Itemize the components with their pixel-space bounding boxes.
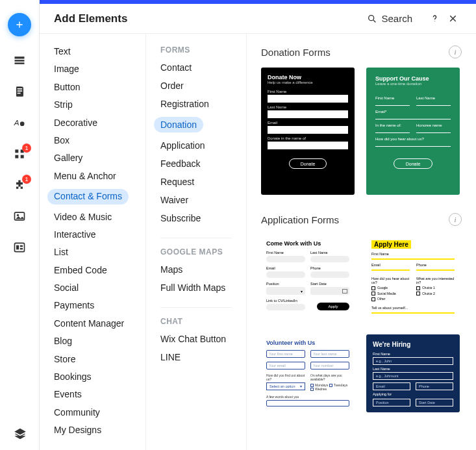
category-item[interactable]: Image <box>40 60 145 78</box>
category-item[interactable]: My Designs <box>40 421 145 439</box>
svg-rect-18 <box>20 248 23 250</box>
template-support-cause[interactable]: Support Our Cause Leave a one-time donat… <box>366 68 460 195</box>
category-item[interactable]: Store <box>40 351 145 368</box>
category-item[interactable]: Interactive <box>40 226 145 244</box>
category-item[interactable]: Gallery <box>40 149 145 167</box>
category-item[interactable]: Text <box>40 43 145 60</box>
layers-icon[interactable] <box>13 427 27 441</box>
left-toolbar: A 1 1 <box>0 0 40 450</box>
addons-badge: 1 <box>22 175 31 184</box>
category-item[interactable]: Events <box>40 386 145 403</box>
subcategory-item[interactable]: Maps <box>146 260 246 279</box>
help-icon <box>429 13 440 24</box>
svg-rect-6 <box>18 93 21 94</box>
category-item[interactable]: Menu & Anchor <box>40 168 145 185</box>
group-title-donation: Donation Forms <box>261 47 449 58</box>
sections-icon[interactable] <box>12 53 27 68</box>
addons-icon[interactable]: 1 <box>12 178 27 192</box>
search-label: Search <box>381 13 412 24</box>
category-item[interactable]: Decorative <box>40 114 145 132</box>
category-item[interactable]: Social <box>40 279 145 297</box>
subcategory-item[interactable]: Application <box>146 136 246 155</box>
subcategory-item[interactable]: Donation <box>146 113 246 136</box>
svg-rect-11 <box>15 155 18 158</box>
template-donate-now[interactable]: Donate Now Help us make a difference Fir… <box>261 68 355 195</box>
category-item[interactable]: Box <box>40 132 145 149</box>
category-item[interactable]: Contact & Forms <box>40 185 145 208</box>
category-item[interactable]: Bookings <box>40 368 145 386</box>
category-item[interactable]: Video & Music <box>40 208 145 226</box>
category-item[interactable]: Content Manager <box>40 315 145 332</box>
subcategory-item[interactable]: Subscribe <box>146 209 246 227</box>
preview-area: Donation Forms i Donate Now Help us make… <box>247 34 476 450</box>
svg-rect-2 <box>15 62 25 64</box>
subcategory-item[interactable]: Full Width Maps <box>146 279 246 297</box>
subcategory-item[interactable]: Registration <box>146 95 246 113</box>
close-icon <box>447 13 458 24</box>
svg-point-14 <box>17 214 19 216</box>
media-icon[interactable] <box>12 209 27 223</box>
info-icon[interactable]: i <box>449 45 462 58</box>
subcategory-list: FORMS ContactOrderRegistrationDonationAp… <box>146 34 247 450</box>
search-icon <box>367 14 377 24</box>
svg-rect-12 <box>21 155 24 158</box>
plus-icon <box>14 19 25 30</box>
subcategory-item[interactable]: Wix Chat Button <box>146 330 246 348</box>
svg-rect-17 <box>20 245 23 247</box>
svg-rect-0 <box>15 56 25 58</box>
section-label-maps: GOOGLE MAPS <box>146 247 246 260</box>
subcategory-item[interactable]: LINE <box>146 348 246 366</box>
svg-point-8 <box>20 121 25 126</box>
subcategory-item[interactable]: Feedback <box>146 155 246 173</box>
content-icon[interactable] <box>12 240 27 255</box>
divider <box>160 307 232 308</box>
design-icon[interactable]: A <box>12 116 27 130</box>
category-item[interactable]: List <box>40 244 145 261</box>
category-item[interactable]: Payments <box>40 297 145 314</box>
svg-rect-5 <box>18 90 23 92</box>
category-list: TextImageButtonStripDecorativeBoxGallery… <box>40 34 146 450</box>
panel-title: Add Elements <box>54 12 367 25</box>
subcategory-item[interactable]: Waiver <box>146 191 246 209</box>
category-item[interactable]: Community <box>40 404 145 421</box>
subcategory-item[interactable]: Order <box>146 77 246 95</box>
template-come-work[interactable]: Come Work with Us First NameLast Name Em… <box>261 235 355 316</box>
apps-icon[interactable]: 1 <box>12 147 27 161</box>
svg-rect-9 <box>15 149 18 153</box>
info-icon[interactable]: i <box>449 213 462 226</box>
group-title-application: Application Forms <box>261 214 449 225</box>
page-icon[interactable] <box>12 84 27 99</box>
category-item[interactable]: Strip <box>40 96 145 114</box>
svg-rect-4 <box>18 88 23 90</box>
close-button[interactable] <box>444 13 462 24</box>
search-button[interactable]: Search <box>367 13 412 24</box>
svg-rect-15 <box>15 243 25 251</box>
add-elements-panel: Add Elements Search TextImageButtonStrip… <box>40 4 476 450</box>
subcategory-item[interactable]: Request <box>146 173 246 191</box>
template-apply-here[interactable]: Apply Here First Name EmailPhone How did… <box>366 235 460 316</box>
template-hiring[interactable]: We're Hiring First Namee.g., John Last N… <box>366 334 460 412</box>
section-label-chat: CHAT <box>146 317 246 330</box>
category-item[interactable]: Button <box>40 79 145 96</box>
category-item[interactable]: Embed Code <box>40 262 145 279</box>
subcategory-item[interactable]: Contact <box>146 58 246 77</box>
svg-line-20 <box>373 20 375 22</box>
add-element-button[interactable] <box>8 13 31 36</box>
apps-badge: 1 <box>22 144 31 153</box>
svg-rect-1 <box>15 60 25 62</box>
template-volunteer[interactable]: Volunteer with Us Your first nameYour la… <box>261 334 355 412</box>
svg-point-19 <box>369 15 374 20</box>
section-label-forms: FORMS <box>146 45 246 58</box>
help-button[interactable] <box>425 13 444 24</box>
divider <box>160 238 232 238</box>
svg-text:A: A <box>14 118 19 127</box>
svg-rect-16 <box>16 245 19 250</box>
panel-header: Add Elements Search <box>40 4 476 34</box>
category-item[interactable]: Blog <box>40 332 145 350</box>
